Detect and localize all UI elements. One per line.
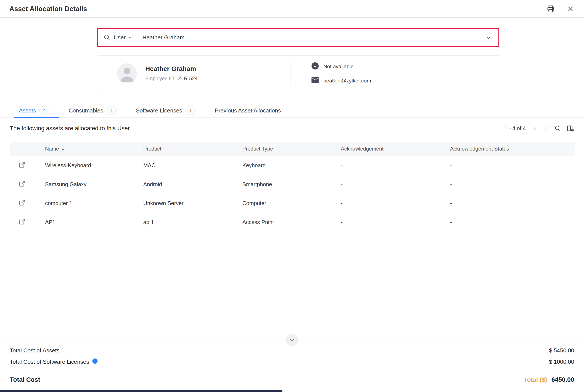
cell-acknowledgement-status: - bbox=[450, 156, 575, 175]
cell-acknowledgement-status: - bbox=[450, 213, 575, 232]
column-settings-icon[interactable] bbox=[566, 124, 574, 132]
cell-product: Android bbox=[143, 175, 242, 194]
column-header-name[interactable]: Name bbox=[45, 142, 143, 156]
total-cost-licenses-label: Total Cost of Software Licenses bbox=[10, 358, 89, 365]
user-name: Heather Graham bbox=[145, 65, 197, 72]
cell-acknowledgement: - bbox=[341, 194, 450, 213]
table-row: Samsung Galaxy Android Smartphone - - bbox=[10, 175, 575, 194]
user-main: Heather Graham Employee ID : ZLR-524 bbox=[145, 65, 197, 82]
bottom-accent-bar bbox=[0, 390, 282, 392]
tab-label: Consumables bbox=[69, 107, 103, 114]
print-icon[interactable] bbox=[546, 4, 555, 13]
header-actions bbox=[546, 4, 574, 13]
external-link-icon[interactable] bbox=[19, 162, 26, 168]
cell-name: computer 1 bbox=[45, 194, 143, 213]
list-controls: 1 - 4 of 4 bbox=[504, 124, 574, 132]
column-header-acknowledgement[interactable]: Acknowledgement bbox=[341, 142, 450, 156]
search-category-dropdown[interactable]: User bbox=[114, 34, 133, 41]
user-contact: Not available heather@zylker.com bbox=[311, 62, 371, 84]
page-title: Asset Allocation Details bbox=[9, 5, 87, 13]
table-header-row: Name Product Product Type Acknowledgemen… bbox=[10, 142, 575, 156]
phone-icon bbox=[311, 62, 319, 71]
cell-acknowledgement-status: - bbox=[450, 175, 575, 194]
list-toolbar: The following assets are allocated to th… bbox=[0, 123, 584, 134]
user-search-box[interactable]: User Heather Graham bbox=[97, 28, 499, 47]
user-identity: Heather Graham Employee ID : ZLR-524 bbox=[97, 63, 290, 83]
email-row: heather@zylker.com bbox=[311, 77, 371, 84]
grand-total-label: Total Cost bbox=[10, 376, 40, 383]
cell-product-type: Keyboard bbox=[242, 156, 341, 175]
list-description: The following assets are allocated to th… bbox=[10, 125, 131, 132]
dialog-header: Asset Allocation Details bbox=[0, 0, 584, 18]
total-cost-assets-label: Total Cost of Assets bbox=[10, 347, 60, 354]
user-summary-card: Heather Graham Employee ID : ZLR-524 Not… bbox=[97, 56, 499, 91]
collapse-icon[interactable] bbox=[286, 334, 298, 346]
cost-summary-footer: Total Cost of Assets $ 5450.00 Total Cos… bbox=[0, 340, 584, 390]
table-header-spacer bbox=[10, 142, 45, 156]
tab-assets[interactable]: Assets 4 bbox=[14, 102, 59, 118]
tab-count-badge: 1 bbox=[185, 106, 195, 115]
tab-count-badge: 4 bbox=[40, 106, 50, 115]
mail-icon bbox=[311, 77, 319, 84]
tab-consumables[interactable]: Consumables 1 bbox=[59, 102, 126, 118]
total-cost-licenses-value: $ 1000.00 bbox=[549, 358, 574, 365]
pagination-label: 1 - 4 of 4 bbox=[504, 125, 526, 132]
grand-total-value: 6450.00 bbox=[551, 376, 574, 383]
column-header-acknowledgement-status[interactable]: Acknowledgement Status bbox=[450, 142, 575, 156]
column-header-product-type[interactable]: Product Type bbox=[242, 142, 341, 156]
external-link-icon[interactable] bbox=[19, 199, 26, 206]
employee-id: Employee ID : ZLR-524 bbox=[145, 76, 197, 82]
tab-bar: Assets 4 Consumables 1 Software Licenses… bbox=[0, 102, 584, 118]
employee-id-value: ZLR-524 bbox=[178, 76, 197, 81]
close-icon[interactable] bbox=[567, 5, 574, 12]
sort-descending-icon bbox=[61, 146, 66, 151]
cell-acknowledgement: - bbox=[341, 213, 450, 232]
tab-software-licenses[interactable]: Software Licenses 1 bbox=[126, 102, 205, 118]
tab-label: Previous Asset Allocations bbox=[215, 107, 281, 114]
phone-row: Not available bbox=[311, 62, 371, 71]
grand-total-row: Total Cost Total ($) 6450.00 bbox=[10, 371, 574, 385]
total-cost-licenses-row: Total Cost of Software Licenses $ 1000.0… bbox=[10, 356, 574, 368]
cell-name: AP1 bbox=[45, 213, 143, 232]
external-link-icon[interactable] bbox=[19, 180, 26, 187]
cell-name: Samsung Galaxy bbox=[45, 175, 143, 194]
cell-acknowledgement-status: - bbox=[450, 194, 575, 213]
search-input[interactable]: Heather Graham bbox=[142, 34, 485, 41]
column-header-product[interactable]: Product bbox=[143, 142, 242, 156]
cell-product: MAC bbox=[143, 156, 242, 175]
cell-product: ap 1 bbox=[143, 213, 242, 232]
total-cost-assets-row: Total Cost of Assets $ 5450.00 bbox=[10, 345, 574, 356]
tab-label: Assets bbox=[19, 107, 36, 114]
search-category-label: User bbox=[114, 34, 126, 41]
cell-product-type: Access Point bbox=[242, 213, 341, 232]
avatar bbox=[117, 63, 137, 83]
chevron-left-icon[interactable] bbox=[532, 126, 538, 131]
user-phone: Not available bbox=[323, 64, 354, 70]
cell-acknowledgement: - bbox=[341, 175, 450, 194]
employee-id-label: Employee ID : bbox=[145, 76, 177, 81]
tab-label: Software Licenses bbox=[136, 107, 182, 114]
search-icon[interactable] bbox=[554, 125, 561, 132]
cell-name: Wireless-Keyboard bbox=[45, 156, 143, 175]
asset-allocation-dialog: Asset Allocation Details bbox=[0, 0, 584, 392]
info-icon[interactable] bbox=[92, 358, 98, 366]
search-icon bbox=[103, 34, 111, 41]
chevron-down-icon[interactable] bbox=[485, 34, 492, 41]
external-link-icon[interactable] bbox=[19, 218, 26, 225]
grand-total-currency-label: Total ($) bbox=[524, 376, 547, 383]
tab-previous-asset-allocations[interactable]: Previous Asset Allocations bbox=[205, 102, 290, 118]
assets-table: Name Product Product Type Acknowledgemen… bbox=[10, 142, 575, 232]
user-email: heather@zylker.com bbox=[323, 78, 371, 84]
table-row: AP1 ap 1 Access Point - - bbox=[10, 213, 575, 232]
cell-acknowledgement: - bbox=[341, 156, 450, 175]
cell-product: Unknown Server bbox=[143, 194, 242, 213]
table-row: computer 1 Unknown Server Computer - - bbox=[10, 194, 575, 213]
table-row: Wireless-Keyboard MAC Keyboard - - bbox=[10, 156, 575, 175]
total-cost-assets-value: $ 5450.00 bbox=[549, 347, 574, 354]
tab-count-badge: 1 bbox=[107, 106, 117, 115]
divider bbox=[137, 32, 137, 42]
chevron-down-icon bbox=[128, 35, 133, 40]
chevron-right-icon[interactable] bbox=[543, 126, 549, 131]
cell-product-type: Computer bbox=[242, 194, 341, 213]
divider bbox=[290, 62, 290, 84]
